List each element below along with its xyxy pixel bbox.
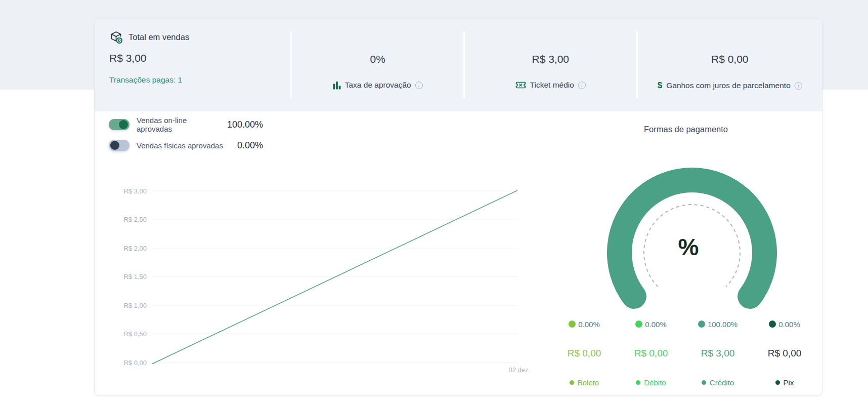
stat-total-value: R$ 3,00 [109,52,147,65]
credito-value: R$ 3,00 [701,347,735,360]
stat-paid-transactions: Transações pagas: 1 [109,75,182,85]
toggle-physical-label: Vendas físicas aprovadas [137,141,224,150]
x-tick-label: 02 dez [508,366,528,374]
toggle-row-online-sales: Vendas on-line aprovadas 100.00% [109,118,263,131]
info-icon[interactable]: i [795,82,802,90]
boleto-label: Boleto [578,378,599,387]
debito-label: Débito [644,378,666,387]
toggle-row-physical-sales: Vendas físicas aprovadas 0.00% [109,139,263,151]
stats-band: Total em vendas R$ 3,00 Transações pagas… [95,19,822,111]
y-tick-label: R$ 0,00 [123,359,147,367]
y-tick-label: R$ 1,50 [123,273,147,281]
credito-pct: 100.00% [708,320,737,329]
stat-total-title: Total em vendas [128,32,189,42]
boleto-pct: 0.00% [578,320,600,329]
stat-approval-label: Taxa de aprovação [345,81,411,90]
pix-label: Pix [784,378,794,387]
boleto-dot-icon [570,380,574,385]
toggle-physical-pct: 0.00% [224,140,263,151]
stat-ticket-value: R$ 3,00 [532,53,569,66]
legend-item-pix[interactable]: 0.00% R$ 0,00 Pix [751,319,818,387]
debito-value: R$ 0,00 [634,347,668,360]
stat-total-sales: Total em vendas R$ 3,00 Transações pagas… [95,19,290,111]
y-tick-label: R$ 1,00 [123,302,147,309]
legend-item-boleto[interactable]: 0.00% R$ 0,00 Boleto [551,319,618,387]
y-tick-label: R$ 3,00 [123,187,147,195]
boleto-value: R$ 0,00 [568,347,601,360]
toggle-knob [119,120,128,129]
toggle-knob [110,141,119,150]
gauge-percent-symbol: % [678,234,699,260]
pix-value: R$ 0,00 [768,347,802,360]
payment-methods-title: Formas de pagamento [585,125,787,134]
pix-pct: 0.00% [778,320,800,329]
ticket-icon [515,81,526,89]
stat-average-ticket: R$ 3,00 Ticket médio i [465,19,636,111]
toggle-online-pct: 100.00% [224,119,263,130]
credito-label: Crédito [710,378,734,387]
pix-dot-icon [769,321,776,328]
bar-chart-icon [333,81,341,90]
pix-dot-icon [775,380,780,385]
boleto-dot-icon [569,321,576,328]
payment-methods-gauge: % [601,163,785,313]
sales-line-chart: R$ 3,00 R$ 2,50 R$ 2,00 R$ 1,50 R$ 1,00 … [106,170,541,380]
credito-dot-icon [702,380,706,385]
debito-dot-icon [635,321,642,328]
stat-approval-rate: 0% Taxa de aprovação i [292,19,463,111]
info-icon[interactable]: i [415,82,423,89]
info-icon[interactable]: i [578,82,586,89]
stat-installment-value: R$ 0,00 [711,53,749,66]
toggle-physical-sales[interactable] [109,140,129,151]
sales-series-toggles: Vendas on-line aprovadas 100.00% Vendas … [109,118,263,151]
stat-installment-label: Ganhos com juros de parcelamento [666,81,791,90]
dollar-icon: $ [658,81,662,91]
debito-dot-icon [636,380,640,385]
y-tick-label: R$ 2,50 [123,216,147,223]
toggle-online-label: Vendas on-line aprovadas [137,116,224,133]
online-sales-series-line [152,190,517,364]
legend-item-credito[interactable]: 100.00% R$ 3,00 Crédito [684,319,751,387]
stat-approval-value: 0% [370,53,385,66]
debito-pct: 0.00% [645,320,667,329]
stat-ticket-label: Ticket médio [530,81,574,90]
stat-installment-interest: R$ 0,00 $ Ganhos com juros de parcelamen… [638,19,822,111]
y-tick-label: R$ 2,00 [123,245,147,252]
payment-legend: 0.00% R$ 0,00 Boleto 0.00% R$ 0,00 Débit… [551,319,818,387]
y-tick-label: R$ 0,50 [123,330,147,338]
toggle-online-sales[interactable] [109,119,129,130]
legend-item-debito[interactable]: 0.00% R$ 0,00 Débito [618,319,684,387]
package-clock-icon [109,30,123,44]
credito-dot-icon [698,321,705,328]
